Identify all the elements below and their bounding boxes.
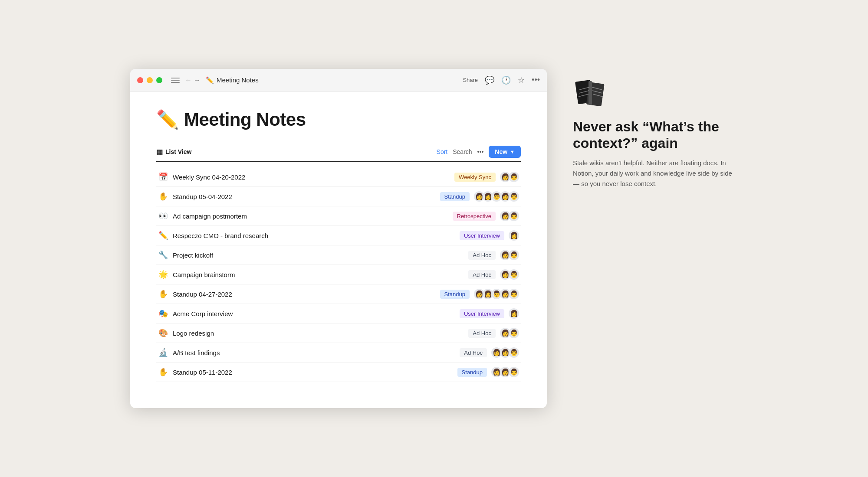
star-icon[interactable]: ☆ xyxy=(518,75,525,85)
row-right: Ad Hoc👩👨 xyxy=(468,269,519,280)
row-tag[interactable]: Standup xyxy=(457,368,487,377)
search-button[interactable]: Search xyxy=(453,148,472,155)
list-row[interactable]: 🎨Logo redesignAd Hoc👩👨 xyxy=(156,323,521,343)
outer-container: ← → ✏️ Meeting Notes Share 💬 🕐 ☆ ••• ✏️ … xyxy=(130,69,738,408)
row-avatars: 👩 xyxy=(509,308,519,319)
row-icon: ✋ xyxy=(158,289,168,299)
row-title: Standup 05-11-2022 xyxy=(173,369,457,376)
list-row[interactable]: 📅Weekly Sync 04-20-2022Weekly Sync👩👨 xyxy=(156,167,521,187)
row-right: Ad Hoc👩👨 xyxy=(468,250,519,260)
page-heading: ✏️ Meeting Notes xyxy=(156,109,521,130)
row-tag[interactable]: Retrospective xyxy=(453,212,496,221)
menu-icon[interactable] xyxy=(171,76,180,85)
row-avatars: 👩👩👨👩👨 xyxy=(474,191,519,202)
row-icon: 📅 xyxy=(158,172,168,182)
list-row[interactable]: ✋Standup 05-11-2022Standup👩👩👨 xyxy=(156,363,521,382)
row-icon: 🎨 xyxy=(158,328,168,338)
page-title: Meeting Notes xyxy=(184,109,306,130)
book-icon xyxy=(573,78,608,108)
more-actions-icon[interactable]: ••• xyxy=(532,75,540,85)
row-tag[interactable]: Ad Hoc xyxy=(468,270,496,279)
row-avatars: 👩 xyxy=(509,230,519,241)
page-content: ✏️ Meeting Notes ▦ List View Sort Search… xyxy=(130,91,547,408)
row-icon: 🔧 xyxy=(158,250,168,260)
chevron-down-icon: ▼ xyxy=(510,149,515,154)
row-tag[interactable]: Ad Hoc xyxy=(468,329,496,338)
minimize-button[interactable] xyxy=(147,77,153,83)
list-row[interactable]: ✏️Respeczo CMO - brand researchUser Inte… xyxy=(156,226,521,245)
list-toolbar: ▦ List View Sort Search ••• New ▼ xyxy=(156,146,521,162)
list-row[interactable]: ✋Standup 04-27-2022Standup👩👩👨👩👨 xyxy=(156,284,521,304)
row-icon: 🎭 xyxy=(158,309,168,318)
row-avatars: 👩👨 xyxy=(500,211,519,221)
row-right: Retrospective👩👨 xyxy=(453,211,519,221)
close-button[interactable] xyxy=(137,77,143,83)
row-right: Ad Hoc👩👩👨 xyxy=(460,347,519,358)
avatar: 👩 xyxy=(509,308,519,319)
row-title: Respeczo CMO - brand research xyxy=(173,232,460,239)
row-right: Standup👩👩👨 xyxy=(457,367,519,377)
row-title: Logo redesign xyxy=(173,330,468,337)
row-tag[interactable]: Ad Hoc xyxy=(460,348,487,357)
list-row[interactable]: 🔧Project kickoffAd Hoc👩👨 xyxy=(156,245,521,265)
history-icon[interactable]: 🕐 xyxy=(501,75,511,85)
row-tag[interactable]: Standup xyxy=(440,192,470,201)
row-right: Standup👩👩👨👩👨 xyxy=(440,289,519,299)
row-tag[interactable]: Ad Hoc xyxy=(468,251,496,260)
avatar: 👨 xyxy=(509,328,519,338)
new-label: New xyxy=(495,148,507,155)
row-title: Project kickoff xyxy=(173,252,468,259)
row-icon: 🔬 xyxy=(158,348,168,357)
row-avatars: 👩👨 xyxy=(500,250,519,260)
row-icon: 🌟 xyxy=(158,270,168,279)
browser-page-title: Meeting Notes xyxy=(217,76,259,84)
avatar: 👨 xyxy=(509,172,519,182)
row-tag[interactable]: User Interview xyxy=(460,231,504,240)
page-title-bar: ✏️ Meeting Notes xyxy=(206,76,259,84)
row-right: User Interview👩 xyxy=(460,308,519,319)
browser-window: ← → ✏️ Meeting Notes Share 💬 🕐 ☆ ••• ✏️ … xyxy=(130,69,547,408)
row-title: Standup 04-27-2022 xyxy=(173,291,440,298)
list-row[interactable]: ✋Standup 05-04-2022Standup👩👩👨👩👨 xyxy=(156,187,521,206)
list-row[interactable]: 👀Ad campaign postmortemRetrospective👩👨 xyxy=(156,206,521,226)
row-icon: ✋ xyxy=(158,192,168,201)
nav-arrows: ← → xyxy=(185,76,201,84)
avatar: 👨 xyxy=(509,347,519,358)
new-button[interactable]: New ▼ xyxy=(489,146,521,158)
avatar: 👩 xyxy=(509,230,519,241)
list-row[interactable]: 🎭Acme Corp interviewUser Interview👩 xyxy=(156,304,521,323)
row-title: A/B test findings xyxy=(173,349,460,356)
maximize-button[interactable] xyxy=(156,77,162,83)
list-view-label[interactable]: ▦ List View xyxy=(156,148,191,156)
row-avatars: 👩👨 xyxy=(500,269,519,280)
avatar: 👨 xyxy=(509,211,519,221)
right-panel: Never ask “What’s the context?” again St… xyxy=(573,69,738,198)
share-button[interactable]: Share xyxy=(463,77,478,83)
row-right: Weekly Sync👩👨 xyxy=(454,172,519,182)
list-row[interactable]: 🔬A/B test findingsAd Hoc👩👩👨 xyxy=(156,343,521,363)
browser-actions: Share 💬 🕐 ☆ ••• xyxy=(463,75,540,85)
row-avatars: 👩👩👨 xyxy=(491,347,519,358)
row-tag[interactable]: User Interview xyxy=(460,309,504,318)
sort-button[interactable]: Sort xyxy=(437,148,448,155)
avatar: 👨 xyxy=(509,250,519,260)
list-rows: 📅Weekly Sync 04-20-2022Weekly Sync👩👨✋Sta… xyxy=(156,167,521,382)
row-title: Standup 05-04-2022 xyxy=(173,193,440,200)
page-title-emoji: ✏️ xyxy=(206,76,214,84)
row-tag[interactable]: Standup xyxy=(440,290,470,299)
row-title: Weekly Sync 04-20-2022 xyxy=(173,173,454,181)
row-title: Campaign brainstorm xyxy=(173,271,468,278)
row-title: Acme Corp interview xyxy=(173,310,460,317)
row-avatars: 👩👨 xyxy=(500,328,519,338)
more-options-button[interactable]: ••• xyxy=(477,148,484,155)
row-right: Ad Hoc👩👨 xyxy=(468,328,519,338)
list-row[interactable]: 🌟Campaign brainstormAd Hoc👩👨 xyxy=(156,265,521,284)
row-icon: ✋ xyxy=(158,367,168,377)
list-view-icon: ▦ xyxy=(156,148,163,156)
back-arrow[interactable]: ← xyxy=(185,76,192,84)
traffic-lights xyxy=(137,77,162,83)
row-tag[interactable]: Weekly Sync xyxy=(454,173,496,182)
forward-arrow[interactable]: → xyxy=(194,76,201,84)
avatar: 👨 xyxy=(509,367,519,377)
comment-icon[interactable]: 💬 xyxy=(485,75,494,85)
